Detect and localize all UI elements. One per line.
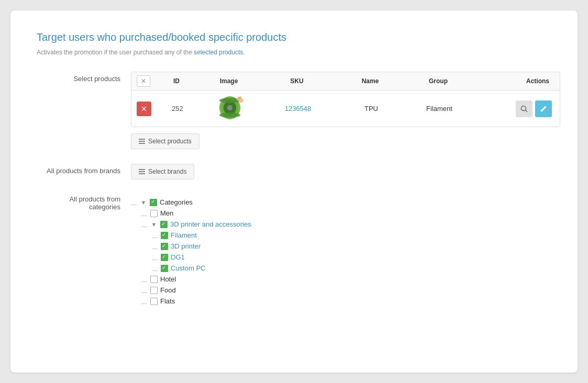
col-header-id: ID	[156, 77, 197, 85]
all-products-brands-label: All products from brands	[37, 164, 131, 175]
all-products-categories-label: All products fromcategories	[37, 194, 131, 211]
tree-toggle-3d[interactable]: ▼	[150, 221, 158, 228]
checkbox-hotel[interactable]	[150, 276, 158, 283]
row-id: 252	[157, 105, 198, 112]
table-row: ✕ 252	[131, 91, 560, 127]
page-title: Target users who purchased/booked specif…	[37, 31, 551, 43]
tree-node-flats: ⎯⎯ Flats	[131, 296, 551, 307]
products-table: ✕ ID Image SKU Name Group Actions ✕ 252	[131, 72, 560, 127]
svg-point-6	[219, 112, 240, 118]
tree-connector-hotel: ⎯⎯	[141, 276, 147, 282]
col-header-actions: Actions	[470, 77, 554, 85]
select-products-button[interactable]: Select products	[131, 133, 199, 149]
select-products-section: Select products ✕ ID Image SKU Name Grou…	[37, 72, 551, 149]
col-header-sku: SKU	[260, 77, 334, 85]
col-header-name: Name	[334, 77, 407, 85]
checkbox-custom-pc[interactable]	[161, 265, 168, 272]
tree-connector-filament: ⎯⎯	[152, 232, 157, 238]
svg-point-2	[227, 105, 232, 110]
checkbox-categories[interactable]	[150, 199, 157, 206]
checkbox-food[interactable]	[150, 287, 158, 294]
checkbox-dg1[interactable]	[161, 254, 168, 261]
tree-node-hotel: ⎯⎯ Hotel	[131, 274, 551, 285]
tree-label-custom-pc: Custom PC	[171, 264, 205, 272]
tree-connector-food: ⎯⎯	[141, 287, 147, 293]
categories-tree: ⎯⎯ ▼ Categories ⎯⎯ Men ⎯⎯ ▼ 3D printer a…	[131, 197, 551, 307]
tree-connector-3d: ⎯⎯	[141, 221, 147, 227]
subtitle: Activates the promotion if the user purc…	[37, 49, 551, 56]
tree-node-filament: ⎯⎯ Filament	[131, 230, 551, 241]
tree-connector-flats: ⎯⎯	[141, 298, 147, 304]
checkbox-flats[interactable]	[150, 298, 158, 305]
table-header: ✕ ID Image SKU Name Group Actions	[131, 72, 560, 91]
tree-connector-categories: ⎯⎯	[131, 199, 136, 205]
tree-node-men: ⎯⎯ Men	[131, 208, 551, 219]
svg-line-8	[526, 110, 528, 112]
main-card: Target users who purchased/booked specif…	[10, 10, 578, 373]
tree-label-food: Food	[160, 286, 176, 294]
tree-toggle-categories[interactable]: ▼	[140, 199, 147, 206]
row-group: Filament	[408, 105, 471, 112]
tree-label-flats: Flats	[160, 297, 175, 305]
tree-node-categories: ⎯⎯ ▼ Categories	[131, 197, 551, 208]
search-icon	[520, 105, 528, 112]
checkbox-men[interactable]	[150, 210, 158, 217]
col-header-image: Image	[197, 77, 260, 85]
clear-all-button[interactable]: ✕	[137, 75, 150, 87]
checkbox-3d-printer[interactable]	[160, 221, 168, 228]
tree-node-custom-pc: ⎯⎯ Custom PC	[131, 263, 551, 274]
col-header-group: Group	[407, 77, 470, 85]
select-products-content: ✕ ID Image SKU Name Group Actions ✕ 252	[131, 72, 560, 149]
tree-connector-dg1: ⎯⎯	[152, 254, 157, 260]
hamburger-icon-brands	[139, 169, 145, 174]
tree-label-3d-printer: 3D printer and accessories	[170, 220, 251, 228]
edit-icon	[540, 105, 547, 112]
checkbox-3dprinter-sub[interactable]	[161, 243, 168, 250]
tree-label-hotel: Hotel	[160, 275, 176, 283]
tree-connector-men: ⎯⎯	[141, 210, 147, 216]
tree-node-3dprinter-sub: ⎯⎯ 3D printer	[131, 241, 551, 252]
categories-tree-content: ⎯⎯ ▼ Categories ⎯⎯ Men ⎯⎯ ▼ 3D printer a…	[131, 194, 551, 307]
delete-row-button[interactable]: ✕	[137, 102, 151, 116]
tree-node-food: ⎯⎯ Food	[131, 285, 551, 296]
tree-label-categories: Categories	[160, 198, 193, 206]
tree-label-dg1: DG1	[171, 253, 185, 261]
tree-node-3d-printer: ⎯⎯ ▼ 3D printer and accessories	[131, 219, 551, 230]
tree-connector-3dprinter-sub: ⎯⎯	[152, 243, 157, 249]
brands-content: Select brands	[131, 164, 551, 179]
all-products-categories-section: All products fromcategories ⎯⎯ ▼ Categor…	[37, 194, 551, 307]
row-actions	[471, 100, 554, 117]
all-products-brands-section: All products from brands Select brands	[37, 164, 551, 179]
hamburger-icon	[139, 139, 145, 144]
tree-label-men: Men	[160, 209, 173, 217]
tree-node-dg1: ⎯⎯ DG1	[131, 252, 551, 263]
tree-label-3dprinter-sub: 3D printer	[171, 242, 201, 250]
checkbox-filament[interactable]	[161, 232, 168, 239]
product-image-svg	[214, 95, 246, 121]
row-sku: 1236548	[261, 105, 335, 112]
svg-point-7	[522, 106, 526, 110]
tree-connector-custom-pc: ⎯⎯	[152, 265, 157, 271]
select-products-label: Select products	[37, 72, 131, 83]
edit-row-button[interactable]	[535, 100, 552, 117]
search-row-button[interactable]	[516, 100, 532, 117]
select-brands-button[interactable]: Select brands	[131, 164, 194, 179]
row-image	[198, 95, 261, 122]
row-name: TPU	[335, 105, 408, 112]
tree-label-filament: Filament	[171, 231, 197, 239]
